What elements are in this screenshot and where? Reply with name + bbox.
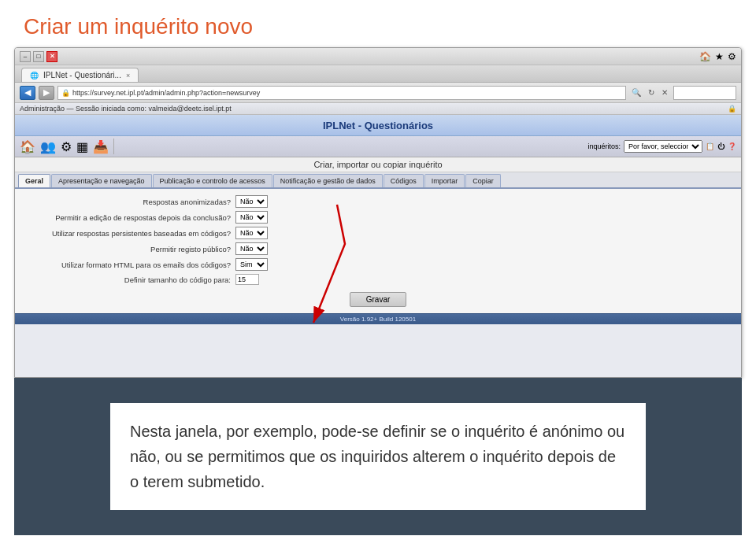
refresh-icon[interactable]: ↻ [646, 87, 657, 98]
gear-icon[interactable]: ⚙ [728, 51, 736, 62]
address-bar: ◀ ▶ 🔒 https://survey.net.ipl.pt/admin/ad… [15, 83, 741, 103]
inquiritos-label: inquéritos: [587, 142, 621, 150]
tab-title: IPLNet - Questionári... [43, 71, 121, 79]
grid-icon[interactable]: ▦ [76, 139, 88, 154]
form-label-persistent: Utilizar respostas persistentes baseadas… [31, 229, 235, 238]
minimize-button[interactable]: – [20, 51, 31, 62]
tab-bar: 🌐 IPLNet - Questionári... × [15, 65, 741, 83]
inquiritos-select[interactable]: Por favor, seleccione... [624, 140, 702, 153]
tab-publicacao[interactable]: Publicação e controlo de acessos [153, 174, 272, 187]
tab-close-btn[interactable]: × [126, 72, 130, 79]
admin-session-text: Administração — Sessão iniciada como: va… [20, 105, 232, 113]
form-row-html: Utilizar formato HTML para os emails dos… [31, 258, 725, 271]
browser-tab[interactable]: 🌐 IPLNet - Questionári... × [21, 68, 139, 82]
tab-copiar[interactable]: Copiar [465, 174, 501, 187]
address-actions: 🔍 ↻ ✕ [629, 87, 670, 98]
form-row-edit-after: Permitir a edição de respostas depois da… [31, 211, 725, 224]
browser-titlebar: – □ ✕ 🏠 ★ ⚙ [15, 48, 741, 65]
help-icon[interactable]: ❓ [728, 142, 736, 150]
tab-icon: 🌐 [30, 72, 39, 79]
stop-icon[interactable]: ✕ [659, 87, 670, 98]
window-actions: 🏠 ★ ⚙ [699, 51, 736, 62]
save-btn-row: Gravar [31, 291, 725, 307]
back-button[interactable]: ◀ [20, 86, 35, 100]
settings-icon[interactable]: ⚙ [61, 139, 72, 154]
toolbar-separator [113, 139, 114, 154]
form-select-edit-after[interactable]: Não Sim [235, 211, 268, 224]
save-button[interactable]: Gravar [350, 292, 407, 307]
url-text: https://survey.net.ipl.pt/admin/admin.ph… [72, 89, 260, 97]
users-icon[interactable]: 👥 [40, 139, 56, 154]
tab-codigos[interactable]: Códigos [384, 174, 424, 187]
form-label-edit-after: Permitir a edição de respostas depois da… [31, 213, 235, 222]
bottom-section: Nesta janela, por exemplo, pode-se defin… [14, 378, 742, 535]
form-select-anonymous[interactable]: Não Sim [235, 195, 268, 208]
home-icon[interactable]: 🏠 [699, 51, 711, 62]
form-label-public: Permitir registo público? [31, 245, 235, 253]
form-select-public[interactable]: Não Sim [235, 242, 268, 255]
form-row-size: Definir tamanho do código para: [31, 274, 725, 285]
search-icon[interactable]: 🔍 [629, 87, 643, 98]
form-row-persistent: Utilizar respostas persistentes baseadas… [31, 227, 725, 239]
browser-window-controls: – □ ✕ [20, 51, 57, 62]
maximize-button[interactable]: □ [33, 51, 44, 62]
subheader: Criar, importar ou copiar inquérito [15, 157, 741, 172]
form-select-persistent[interactable]: Não Sim [235, 227, 268, 239]
lock-indicator: 🔒 [728, 105, 736, 113]
app-title-bar: IPLNet - Questionários [15, 115, 741, 136]
form-select-html[interactable]: Sim Não [235, 258, 268, 271]
tab-notificacao[interactable]: Notificação e gestão de dados [273, 174, 383, 187]
security-icon: 🔒 [61, 89, 70, 97]
url-input[interactable]: 🔒 https://survey.net.ipl.pt/admin/admin.… [57, 86, 626, 100]
form-row-public: Permitir registo público? Não Sim [31, 242, 725, 255]
bottom-text-box: Nesta janela, por exemplo, pode-se defin… [110, 403, 646, 510]
home-tool-icon[interactable]: 🏠 [20, 139, 35, 154]
app-toolbar: 🏠 👥 ⚙ ▦ 📥 inquéritos: Por favor, selecci… [15, 136, 741, 157]
search-input[interactable] [673, 86, 736, 100]
star-icon[interactable]: ★ [715, 51, 724, 62]
form-input-size[interactable] [235, 274, 259, 285]
app-title-text: IPLNet - Questionários [323, 120, 433, 131]
bottom-text-content: Nesta janela, por exemplo, pode-se defin… [130, 423, 624, 490]
form-label-anonymous: Respostas anonimizadas? [31, 198, 235, 206]
import-icon[interactable]: 📥 [93, 139, 109, 154]
page-content: Administração — Sessão iniciada como: va… [15, 103, 741, 378]
survey-icon[interactable]: 📋 [706, 142, 714, 150]
form-label-html: Utilizar formato HTML para os emails dos… [31, 261, 235, 269]
inquiritos-bar: inquéritos: Por favor, seleccione... 📋 ⏻… [587, 140, 736, 153]
form-label-size: Definir tamanho do código para: [31, 275, 235, 284]
form-row-anonymous: Respostas anonimizadas? Não Sim [31, 195, 725, 208]
form-area: Respostas anonimizadas? Não Sim Permitir… [15, 189, 741, 313]
page-title: Criar um inquérito novo [0, 0, 756, 47]
tab-geral[interactable]: Geral [18, 174, 50, 187]
forward-button[interactable]: ▶ [39, 86, 54, 100]
status-bar: Versão 1.92+ Build 120501 [15, 313, 741, 324]
power-icon[interactable]: ⏻ [717, 142, 724, 150]
tab-importar[interactable]: Importar [424, 174, 465, 187]
nav-tabs: Geral Apresentação e navegação Publicaçã… [15, 172, 741, 189]
close-button[interactable]: ✕ [46, 51, 57, 62]
app-header: Administração — Sessão iniciada como: va… [15, 103, 741, 115]
status-text: Versão 1.92+ Build 120501 [340, 316, 416, 323]
tab-apresentacao[interactable]: Apresentação e navegação [51, 174, 152, 187]
browser-window: – □ ✕ 🏠 ★ ⚙ 🌐 IPLNet - Questionári... × … [14, 47, 742, 378]
